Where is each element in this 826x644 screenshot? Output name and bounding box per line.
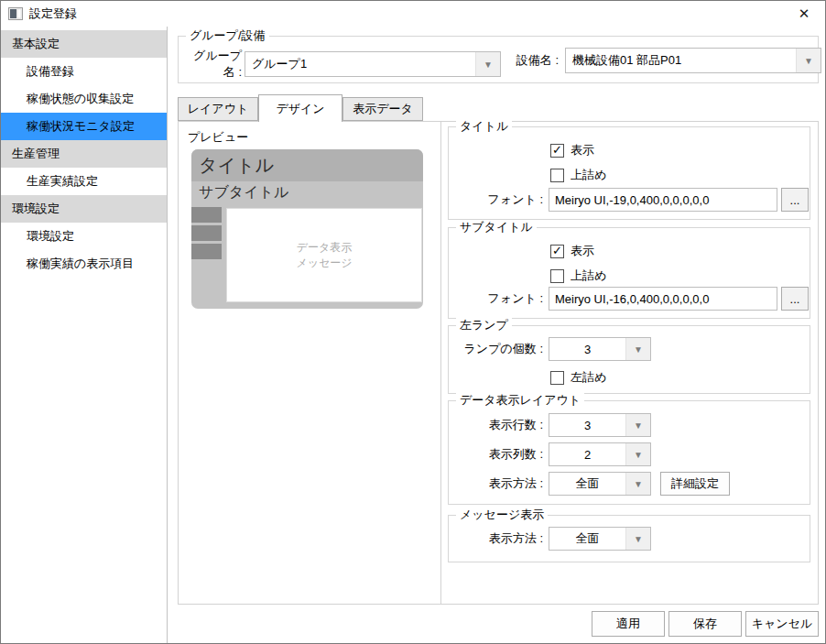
left-lamp-section-groupbox: 左ランプ ランプの個数 : 3 ▼ 左詰め [448, 325, 810, 394]
design-tab-panel: プレビュー タイトル サブタイトル データ表示 メッセージ タイトル ✓ [178, 121, 819, 605]
equipment-name-label: 設備名 : [508, 52, 559, 69]
subtitle-show-label: 表示 [571, 243, 594, 259]
display-method-value: 全面 [549, 473, 625, 495]
apply-button[interactable]: 適用 [592, 611, 665, 637]
left-lamp-section-label: 左ランプ [456, 318, 512, 333]
message-section-label: メッセージ表示 [456, 508, 548, 522]
sidebar-header-production-management: 生産管理 [1, 140, 167, 168]
preview-lamp-1 [191, 207, 222, 223]
chevron-down-icon[interactable]: ▼ [625, 443, 650, 465]
settings-dialog-window: 設定登録 ✕ 基本設定 設備登録 稼働状態の収集設定 稼働状況モニタ設定 生産管… [0, 0, 826, 644]
preview-title-band: タイトル [191, 149, 423, 181]
display-rows-combobox[interactable]: 3 ▼ [549, 413, 651, 437]
display-method-combobox[interactable]: 全面 ▼ [549, 472, 651, 496]
subtitle-section-groupbox: サブタイトル ✓ 表示 上詰め フォント : Meiryo UI,-16,0,4… [448, 227, 810, 319]
main-panel: グループ/設備 グループ名 : グループ1 ▼ 設備名 : 機械設備01 部品P… [168, 27, 825, 643]
chevron-down-icon[interactable]: ▼ [796, 49, 821, 72]
preview-lamp-2 [191, 225, 222, 241]
chevron-down-icon[interactable]: ▼ [475, 52, 500, 76]
subtitle-section-label: サブタイトル [456, 220, 537, 235]
subtitle-font-label: フォント : [449, 290, 543, 307]
cancel-button[interactable]: キャンセル [745, 611, 819, 637]
group-equipment-groupbox-label: グループ/設備 [186, 28, 269, 43]
title-font-label: フォント : [449, 191, 543, 208]
title-top-align-checkbox[interactable] [550, 169, 564, 182]
group-name-combobox[interactable]: グループ1 ▼ [245, 51, 501, 77]
sidebar-header-environment-settings: 環境設定 [1, 195, 167, 223]
display-rows-value: 3 [549, 414, 625, 436]
app-icon [8, 7, 23, 20]
preview-title-text: タイトル [199, 153, 274, 178]
sidebar-item-operation-state-collection[interactable]: 稼働状態の収集設定 [1, 85, 167, 113]
display-rows-label: 表示行数 : [449, 417, 543, 433]
lamp-left-align-checkbox[interactable] [550, 371, 564, 385]
title-show-checkbox[interactable]: ✓ [550, 144, 564, 158]
title-section-groupbox: タイトル ✓ 表示 上詰め フォント : Meiryo UI,-19,0,400… [448, 126, 810, 220]
chevron-down-icon[interactable]: ▼ [625, 528, 650, 550]
check-icon: ✓ [552, 245, 562, 257]
lamp-count-value: 3 [549, 338, 625, 360]
subtitle-top-align-label: 上詰め [571, 267, 606, 284]
tab-layout[interactable]: レイアウト [178, 97, 258, 121]
group-name-label: グループ名 : [185, 48, 242, 81]
subtitle-show-checkbox[interactable]: ✓ [550, 245, 564, 258]
subtitle-top-align-checkbox[interactable] [550, 269, 564, 283]
panel-divider [440, 122, 441, 604]
group-name-value: グループ1 [245, 52, 475, 76]
preview-message-line2: メッセージ [296, 256, 352, 271]
title-font-browse-button[interactable]: ... [781, 188, 809, 212]
tab-design[interactable]: デザイン [258, 94, 342, 122]
display-cols-label: 表示列数 : [449, 446, 543, 463]
display-cols-combobox[interactable]: 2 ▼ [549, 442, 651, 466]
message-method-combobox[interactable]: 全面 ▼ [549, 527, 651, 551]
monitor-preview: タイトル サブタイトル データ表示 メッセージ [191, 149, 423, 309]
data-layout-section-label: データ表示レイアウト [456, 393, 584, 408]
chevron-down-icon[interactable]: ▼ [625, 473, 650, 495]
check-icon: ✓ [552, 144, 562, 156]
title-show-label: 表示 [571, 142, 594, 158]
preview-subtitle-text: サブタイトル [199, 183, 288, 202]
save-button[interactable]: 保存 [668, 611, 742, 637]
equipment-name-value: 機械設備01 部品P01 [566, 49, 796, 72]
window-title: 設定登録 [29, 5, 77, 22]
message-method-value: 全面 [549, 528, 625, 550]
tab-display-data[interactable]: 表示データ [342, 97, 423, 121]
data-layout-section-groupbox: データ表示レイアウト 表示行数 : 3 ▼ 表示列数 : 2 ▼ [448, 400, 810, 505]
sidebar-item-equipment-registration[interactable]: 設備登録 [1, 58, 167, 85]
chevron-down-icon[interactable]: ▼ [625, 414, 650, 436]
sidebar-item-operation-results-display-items[interactable]: 稼働実績の表示項目 [1, 250, 167, 278]
sidebar-item-environment-settings[interactable]: 環境設定 [1, 223, 167, 250]
subtitle-font-field[interactable]: Meiryo UI,-16,0,400,0,0,0,0,0 [549, 287, 777, 311]
title-font-field[interactable]: Meiryo UI,-19,0,400,0,0,0,0,0 [549, 188, 777, 212]
preview-data-area: データ表示 メッセージ [226, 208, 422, 302]
sidebar-item-production-results-settings[interactable]: 生産実績設定 [1, 168, 167, 195]
lamp-count-combobox[interactable]: 3 ▼ [549, 337, 651, 361]
preview-message-line1: データ表示 [297, 240, 353, 256]
message-method-label: 表示方法 : [449, 530, 543, 547]
group-equipment-groupbox: グループ/設備 グループ名 : グループ1 ▼ 設備名 : 機械設備01 部品P… [178, 36, 819, 83]
lamp-count-label: ランプの個数 : [449, 341, 543, 357]
equipment-name-combobox[interactable]: 機械設備01 部品P01 ▼ [565, 48, 821, 73]
title-section-label: タイトル [456, 119, 512, 134]
title-bar: 設定登録 ✕ [1, 1, 825, 27]
display-method-label: 表示方法 : [449, 475, 543, 492]
subtitle-font-browse-button[interactable]: ... [781, 287, 809, 311]
chevron-down-icon[interactable]: ▼ [625, 338, 650, 360]
title-top-align-label: 上詰め [571, 167, 606, 183]
preview-lamp-3 [191, 244, 222, 259]
close-button[interactable]: ✕ [783, 1, 825, 27]
sidebar-item-operation-monitor-settings[interactable]: 稼働状況モニタ設定 [1, 113, 167, 140]
display-cols-value: 2 [549, 443, 625, 465]
sidebar-header-basic-settings: 基本設定 [1, 30, 167, 58]
message-section-groupbox: メッセージ表示 表示方法 : 全面 ▼ [448, 515, 810, 562]
sidebar: 基本設定 設備登録 稼働状態の収集設定 稼働状況モニタ設定 生産管理 生産実績設… [1, 27, 168, 643]
lamp-left-align-label: 左詰め [571, 369, 606, 386]
preview-label: プレビュー [188, 129, 248, 146]
detail-settings-button[interactable]: 詳細設定 [660, 472, 730, 496]
